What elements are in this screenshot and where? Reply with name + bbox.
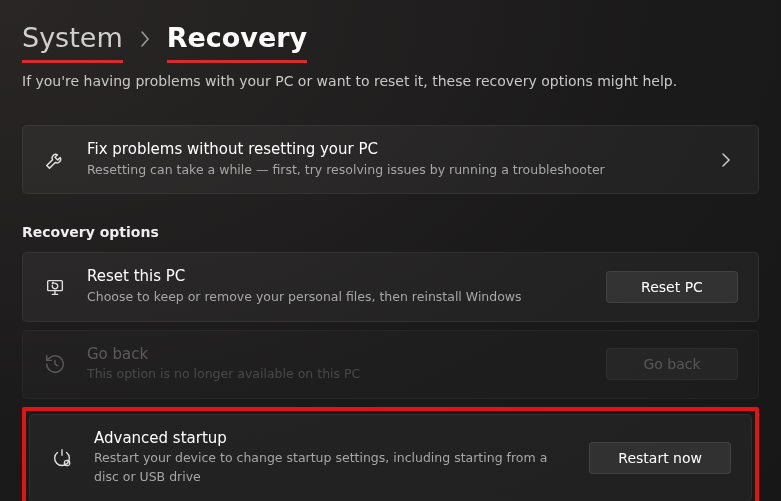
advanced-startup-card: Advanced startup Restart your device to … <box>29 414 752 501</box>
go-back-desc: This option is no longer available on th… <box>87 365 574 384</box>
troubleshooter-title: Fix problems without resetting your PC <box>87 140 682 160</box>
go-back-button: Go back <box>606 348 738 380</box>
restart-now-button[interactable]: Restart now <box>589 442 731 474</box>
power-gear-icon <box>50 446 74 470</box>
reset-pc-button[interactable]: Reset PC <box>606 271 738 303</box>
reset-pc-card: Reset this PC Choose to keep or remove y… <box>22 252 759 321</box>
advanced-startup-desc: Restart your device to change startup se… <box>94 449 557 487</box>
reset-icon <box>43 275 67 299</box>
reset-pc-desc: Choose to keep or remove your personal f… <box>87 288 574 307</box>
breadcrumb-current: Recovery <box>167 22 307 59</box>
recovery-options-title: Recovery options <box>22 224 759 240</box>
go-back-title: Go back <box>87 345 574 365</box>
wrench-icon <box>43 148 67 172</box>
breadcrumb: System Recovery <box>22 22 759 59</box>
advanced-startup-title: Advanced startup <box>94 429 557 449</box>
history-icon <box>43 352 67 376</box>
chevron-right-icon <box>139 29 151 53</box>
go-back-card: Go back This option is no longer availab… <box>22 330 759 399</box>
chevron-right-icon <box>714 148 738 172</box>
reset-pc-title: Reset this PC <box>87 267 574 287</box>
troubleshooter-card[interactable]: Fix problems without resetting your PC R… <box>22 125 759 194</box>
highlight-annotation: Advanced startup Restart your device to … <box>22 407 759 501</box>
troubleshooter-desc: Resetting can take a while — first, try … <box>87 161 682 180</box>
page-subtitle: If you're having problems with your PC o… <box>22 73 759 89</box>
breadcrumb-parent[interactable]: System <box>22 22 123 59</box>
